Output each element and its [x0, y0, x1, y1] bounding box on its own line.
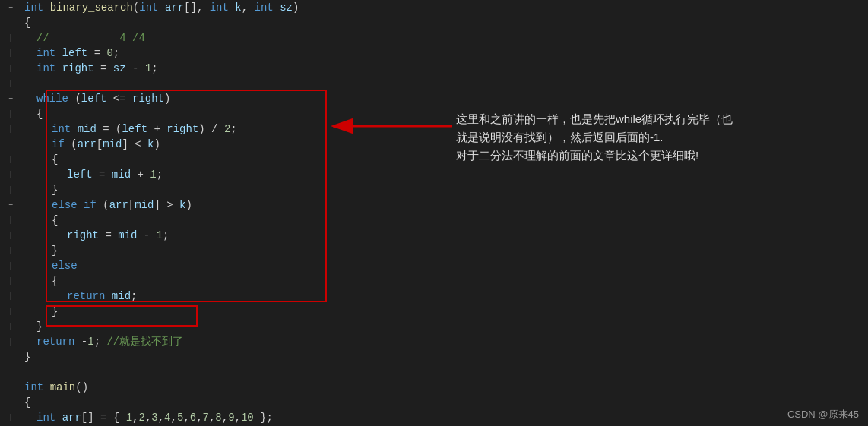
- code-line-2: {: [0, 15, 350, 30]
- gutter-3: |: [0, 33, 21, 43]
- code-editor: − int binary_search(int arr[], int k, in…: [0, 0, 350, 426]
- gutter-dash-23: |: [8, 337, 14, 346]
- code-line-15: | {: [0, 213, 350, 228]
- line-content-20: return mid;: [21, 290, 137, 302]
- code-line-14: − else if (arr[mid] > k): [0, 197, 350, 213]
- fold-icon-10[interactable]: −: [8, 140, 13, 149]
- gutter-7: −: [0, 95, 21, 103]
- gutter-9: |: [0, 125, 21, 134]
- gutter-1: −: [0, 4, 21, 12]
- code-line-25: − int main(): [0, 380, 350, 395]
- commentary-text: 这里和之前讲的一样，也是先把while循环执行完毕（也就是说明没有找到），然后返…: [456, 112, 733, 162]
- line-content-13: }: [21, 184, 58, 196]
- line-content-7: while (left <= right): [21, 93, 170, 105]
- code-line-9: | int mid = (left + right) / 2;: [0, 121, 350, 137]
- code-line-11: | {: [0, 152, 350, 167]
- gutter-dash-3: |: [8, 33, 14, 43]
- gutter-dash-6: |: [8, 79, 14, 88]
- gutter-13: |: [0, 185, 21, 194]
- gutter-dash-5: |: [8, 64, 14, 73]
- code-line-1: − int binary_search(int arr[], int k, in…: [0, 0, 350, 15]
- line-content-27: int arr[] = { 1,2,3,4,5,6,7,8,9,10 };: [21, 412, 273, 424]
- code-line-10: − if (arr[mid] < k): [0, 137, 350, 152]
- gutter-23: |: [0, 337, 21, 346]
- line-content-14: else if (arr[mid] > k): [21, 199, 192, 211]
- line-content-8: {: [21, 108, 43, 120]
- gutter-6: |: [0, 79, 21, 88]
- code-line-23: | return -1; //就是找不到了: [0, 334, 350, 349]
- gutter-5: |: [0, 64, 21, 73]
- code-line-26: {: [0, 395, 350, 410]
- code-line-5: | int right = sz - 1;: [0, 61, 350, 76]
- line-content-21: }: [21, 305, 58, 317]
- gutter-14: −: [0, 201, 21, 210]
- arrow-svg: [327, 112, 456, 140]
- gutter-20: |: [0, 292, 21, 301]
- code-line-13: | }: [0, 182, 350, 197]
- line-content-9: int mid = (left + right) / 2;: [21, 123, 237, 135]
- code-line-17: | }: [0, 243, 350, 258]
- fold-icon-14[interactable]: −: [8, 201, 13, 210]
- line-content-18: else: [21, 260, 78, 272]
- line-content-10: if (arr[mid] < k): [21, 138, 160, 150]
- line-content-1: int binary_search(int arr[], int k, int …: [21, 2, 299, 14]
- code-line-12: | left = mid + 1;: [0, 167, 350, 182]
- gutter-dash-18: |: [8, 261, 14, 270]
- code-line-22: | }: [0, 319, 350, 334]
- gutter-25: −: [0, 383, 21, 392]
- gutter-dash-13: |: [8, 185, 14, 194]
- gutter-dash-9: |: [8, 125, 14, 134]
- line-content-2: {: [21, 17, 30, 29]
- code-line-sep: [0, 364, 350, 380]
- line-content-26: {: [21, 396, 30, 409]
- fold-icon-7[interactable]: −: [8, 95, 13, 103]
- gutter-dash-4: |: [8, 49, 14, 58]
- gutter-15: |: [0, 216, 21, 225]
- gutter-27: |: [0, 413, 21, 422]
- gutter-dash-17: |: [8, 246, 14, 255]
- branding-bar: CSDN @原来45: [716, 403, 868, 426]
- line-content-4: int left = 0;: [21, 47, 119, 59]
- line-content-6: [21, 77, 30, 90]
- code-line-3: | // 4 /4: [0, 30, 350, 46]
- fold-icon-25[interactable]: −: [8, 383, 13, 392]
- line-content-3: // 4 /4: [21, 32, 145, 44]
- branding-text: CSDN @原来45: [787, 408, 859, 421]
- line-content-5: int right = sz - 1;: [21, 62, 158, 74]
- code-line-7: − while (left <= right): [0, 91, 350, 106]
- gutter-dash-12: |: [8, 170, 14, 179]
- code-line-19: | {: [0, 273, 350, 289]
- gutter-dash-19: |: [8, 276, 14, 286]
- gutter-11: |: [0, 155, 21, 164]
- gutter-dash-20: |: [8, 292, 14, 301]
- code-line-20: | return mid;: [0, 289, 350, 304]
- gutter-10: −: [0, 140, 21, 149]
- gutter-17: |: [0, 246, 21, 255]
- gutter-dash-27: |: [8, 413, 14, 422]
- gutter-18: |: [0, 261, 21, 270]
- line-content-16: right = mid - 1;: [21, 229, 169, 241]
- code-line-18: | else: [0, 258, 350, 273]
- gutter-dash-15: |: [8, 216, 14, 225]
- gutter-dash-8: |: [8, 109, 14, 118]
- line-content-12: left = mid + 1;: [21, 169, 163, 181]
- code-line-8: | {: [0, 106, 350, 121]
- line-content-23: return -1; //就是找不到了: [21, 335, 183, 349]
- fold-icon-1[interactable]: −: [8, 4, 13, 12]
- code-line-27: | int arr[] = { 1,2,3,4,5,6,7,8,9,10 };: [0, 410, 350, 425]
- gutter-21: |: [0, 307, 21, 316]
- code-line-21: | }: [0, 304, 350, 319]
- gutter-22: |: [0, 322, 21, 331]
- gutter-dash-21: |: [8, 307, 14, 316]
- line-content-24: }: [21, 351, 30, 363]
- code-line-16: | right = mid - 1;: [0, 228, 350, 243]
- line-content-25: int main(): [21, 381, 88, 393]
- gutter-4: |: [0, 49, 21, 58]
- gutter-16: |: [0, 231, 21, 240]
- code-line-4: | int left = 0;: [0, 46, 350, 61]
- gutter-19: |: [0, 276, 21, 286]
- line-content-11: {: [21, 153, 58, 166]
- line-content-22: }: [21, 320, 43, 333]
- commentary-area: 这里和之前讲的一样，也是先把while循环执行完毕（也就是说明没有找到），然后返…: [456, 110, 844, 165]
- code-line-6: |: [0, 76, 350, 91]
